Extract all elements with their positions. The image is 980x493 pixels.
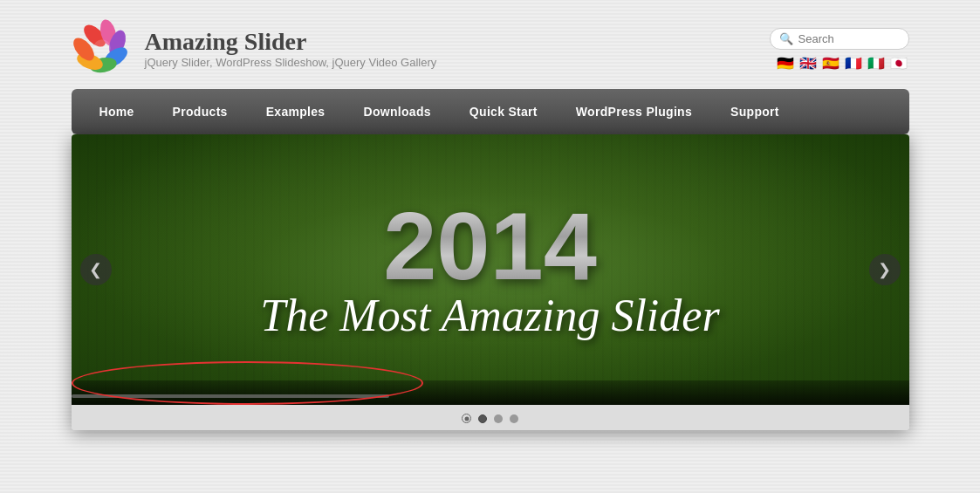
page-wrapper: Amazing Slider jQuery Slider, WordPress … (54, 0, 927, 439)
main-navbar: Home Products Examples Downloads Quick S… (72, 89, 909, 134)
svg-point-7 (93, 39, 111, 57)
nav-item-downloads[interactable]: Downloads (344, 89, 449, 134)
nav-link-downloads[interactable]: Downloads (344, 89, 449, 134)
progress-bar (72, 394, 390, 398)
nav-item-wp-plugins[interactable]: WordPress Plugins (557, 89, 711, 134)
slider-title: The Most Amazing Slider (260, 290, 719, 341)
slider-dot-3[interactable] (494, 414, 503, 423)
slider-dot-1[interactable] (462, 414, 471, 423)
nav-link-support[interactable]: Support (711, 89, 798, 134)
nav-list: Home Products Examples Downloads Quick S… (80, 89, 901, 134)
nav-item-quickstart[interactable]: Quick Start (450, 89, 557, 134)
flag-de[interactable]: 🇩🇪 (777, 57, 796, 69)
flag-it[interactable]: 🇮🇹 (867, 57, 887, 69)
logo-icon (72, 17, 133, 79)
language-flags: 🇩🇪 🇬🇧 🇪🇸 🇫🇷 🇮🇹 🇯🇵 (777, 57, 909, 69)
slider-arrow-left[interactable]: ❮ (80, 254, 112, 285)
flag-gb[interactable]: 🇬🇧 (799, 57, 819, 69)
header-right: 🔍 🇩🇪 🇬🇧 🇪🇸 🇫🇷 🇮🇹 🇯🇵 (770, 28, 909, 69)
slider-dot-2[interactable] (478, 414, 487, 423)
search-box[interactable]: 🔍 (770, 28, 909, 50)
slider-dots (72, 405, 909, 430)
nav-item-support[interactable]: Support (711, 89, 798, 134)
slider-year: 2014 (383, 198, 597, 294)
site-title: Amazing Slider (145, 28, 437, 56)
nav-link-examples[interactable]: Examples (247, 89, 345, 134)
slider-wrapper: ❮ 2014 The Most Amazing Slider ❯ (72, 134, 909, 430)
chevron-right-icon: ❯ (878, 260, 891, 279)
slider-arrow-right[interactable]: ❯ (869, 254, 901, 285)
nav-link-products[interactable]: Products (154, 89, 247, 134)
slider-main: ❮ 2014 The Most Amazing Slider ❯ (72, 134, 909, 405)
site-header: Amazing Slider jQuery Slider, WordPress … (72, 9, 909, 89)
nav-item-examples[interactable]: Examples (247, 89, 345, 134)
chevron-left-icon: ❮ (89, 260, 102, 279)
flag-es[interactable]: 🇪🇸 (822, 57, 841, 69)
search-input[interactable] (798, 32, 900, 45)
brand: Amazing Slider jQuery Slider, WordPress … (72, 17, 437, 79)
flag-jp[interactable]: 🇯🇵 (890, 57, 909, 69)
flag-fr[interactable]: 🇫🇷 (845, 57, 864, 69)
site-tagline: jQuery Slider, WordPress Slideshow, jQue… (145, 56, 437, 69)
slider-bottom-bar (72, 380, 909, 405)
nav-item-home[interactable]: Home (80, 89, 154, 134)
nav-item-products[interactable]: Products (154, 89, 247, 134)
brand-text: Amazing Slider jQuery Slider, WordPress … (145, 28, 437, 69)
nav-link-wp-plugins[interactable]: WordPress Plugins (557, 89, 711, 134)
search-icon: 🔍 (779, 32, 793, 45)
nav-link-quickstart[interactable]: Quick Start (450, 89, 557, 134)
nav-link-home[interactable]: Home (80, 89, 154, 134)
slider-dot-4[interactable] (510, 414, 518, 423)
